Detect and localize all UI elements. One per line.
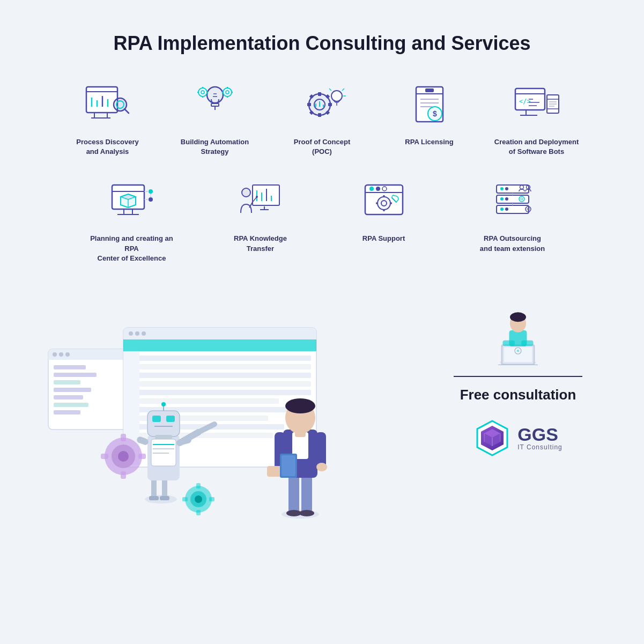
svg-rect-177: [121, 471, 126, 479]
svg-rect-186: [209, 497, 214, 501]
building-automation-label: Building AutomationStrategy: [181, 137, 249, 157]
svg-rect-34: [328, 103, 332, 106]
svg-rect-31: [318, 92, 321, 96]
svg-point-175: [118, 451, 129, 462]
svg-point-200: [285, 398, 315, 413]
svg-rect-143: [129, 373, 311, 378]
svg-rect-136: [123, 333, 316, 339]
svg-rect-128: [54, 373, 97, 377]
bottom-section: Free consultation: [32, 295, 612, 521]
svg-point-78: [149, 197, 153, 202]
svg-point-98: [377, 197, 390, 210]
svg-point-124: [53, 352, 57, 357]
svg-line-90: [249, 202, 253, 208]
svg-point-215: [510, 312, 526, 322]
page-title: RPA Implementation Consulting and Servic…: [113, 32, 530, 55]
svg-point-92: [256, 196, 258, 198]
rpa-licensing-label: RPA Licensing: [405, 137, 453, 147]
svg-rect-132: [54, 403, 88, 407]
service-knowledge-transfer: RPA KnowledgeTransfer: [218, 178, 304, 263]
svg-rect-156: [160, 496, 169, 500]
svg-point-209: [517, 350, 520, 352]
ggs-name: GGS: [517, 425, 562, 443]
svg-rect-212: [503, 340, 515, 346]
knowledge-transfer-label: RPA KnowledgeTransfer: [234, 234, 287, 253]
rpa-support-icon-box: [354, 178, 413, 226]
software-bots-icon-box: </>: [507, 82, 566, 130]
ggs-subtitle: IT Consulting: [517, 443, 562, 451]
service-rpa-support: RPA Support: [341, 178, 427, 263]
svg-point-125: [59, 352, 63, 357]
process-discovery-icon-box: [78, 82, 137, 130]
svg-rect-168: [166, 416, 175, 422]
free-consultation-text: Free consultation: [460, 387, 576, 403]
rpa-support-icon: [360, 181, 408, 224]
svg-point-139: [142, 331, 146, 336]
service-software-bots: </> Creation and Deploymentof Software B…: [494, 82, 580, 157]
svg-rect-141: [129, 356, 311, 361]
building-automation-icon-box: [186, 82, 245, 130]
svg-rect-207: [504, 347, 532, 362]
svg-point-191: [299, 510, 314, 516]
process-discovery-label: Process Discoveryand Analysis: [76, 137, 138, 157]
svg-point-190: [286, 510, 301, 516]
svg-point-110: [505, 197, 508, 201]
svg-point-182: [195, 495, 202, 503]
svg-rect-13: [211, 103, 219, 106]
main-illustration: [32, 295, 375, 521]
rpa-coe-label: Planning and creating an RPACenter of Ex…: [84, 234, 180, 263]
software-bots-label: Creation and Deploymentof Software Bots: [494, 137, 579, 157]
knowledge-transfer-icon: [236, 181, 285, 224]
svg-rect-183: [196, 483, 201, 488]
svg-point-108: [505, 187, 508, 190]
svg-rect-145: [129, 390, 311, 395]
svg-rect-146: [129, 398, 279, 404]
service-rpa-licensing: $ RPA Licensing: [387, 82, 472, 157]
svg-line-46: [329, 88, 331, 91]
svg-rect-198: [282, 455, 295, 476]
service-process-discovery: Process Discoveryand Analysis: [65, 82, 151, 157]
svg-point-137: [129, 331, 133, 336]
svg-line-11: [124, 109, 129, 113]
svg-line-44: [342, 88, 344, 91]
svg-point-202: [316, 463, 327, 471]
svg-point-16: [201, 91, 204, 94]
services-row-2: Planning and creating an RPACenter of Ex…: [32, 178, 612, 263]
svg-point-21: [223, 88, 232, 97]
svg-point-172: [161, 402, 166, 406]
svg-rect-213: [521, 340, 534, 346]
svg-point-96: [376, 187, 380, 191]
rpa-licensing-icon: $: [405, 84, 454, 127]
service-building-automation: Building AutomationStrategy: [172, 82, 258, 157]
ggs-hexagon-icon: [473, 419, 511, 457]
building-automation-icon: [191, 84, 239, 127]
svg-point-22: [226, 91, 229, 94]
poc-icon: [298, 84, 346, 127]
consultation-area: Free consultation: [424, 295, 612, 457]
consultation-illustration: [486, 312, 550, 365]
svg-rect-140: [123, 339, 316, 351]
svg-point-107: [500, 187, 504, 190]
svg-rect-129: [54, 380, 80, 384]
svg-point-109: [500, 197, 504, 201]
svg-rect-131: [54, 395, 83, 399]
consultation-divider: [454, 376, 582, 377]
rpa-coe-icon-box: [102, 178, 161, 226]
svg-rect-33: [307, 103, 311, 106]
svg-rect-179: [138, 454, 146, 459]
svg-rect-188: [288, 475, 299, 513]
svg-rect-142: [129, 364, 311, 369]
rpa-outsourcing-icon-box: [483, 178, 542, 226]
ggs-brand-text: GGS IT Consulting: [517, 425, 562, 451]
svg-rect-144: [129, 381, 311, 387]
svg-rect-189: [301, 475, 312, 513]
rpa-outsourcing-label: RPA Outsourcingand team extension: [480, 234, 545, 253]
svg-point-12: [207, 87, 223, 103]
service-rpa-coe: Planning and creating an RPACenter of Ex…: [84, 178, 180, 263]
services-row-1: Process Discoveryand Analysis: [32, 82, 612, 157]
svg-rect-201: [295, 431, 306, 437]
service-poc: Proof of Concept(POC): [279, 82, 365, 157]
rpa-coe-icon: [108, 181, 156, 224]
svg-rect-158: [151, 439, 176, 466]
rpa-support-label: RPA Support: [362, 234, 405, 243]
